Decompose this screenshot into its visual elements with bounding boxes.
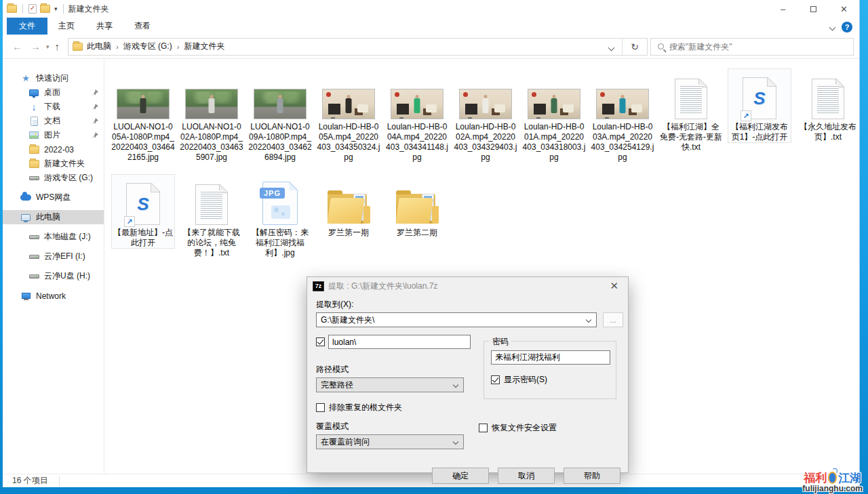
folder-icon (328, 190, 370, 225)
path-mode-label: 路径模式 (316, 364, 349, 375)
refresh-icon[interactable]: ↻ (623, 41, 647, 52)
file-item[interactable]: LUOLAN-NO1-002A-1080P.mp4_20220403_03463… (180, 68, 243, 163)
password-groupbox: 密码 显示密码(S) (484, 341, 616, 399)
file-item[interactable]: Loulan-HD-HB-005A.mp4_20220403_034350324… (317, 68, 380, 163)
sidebar-item-云净EFI (I:)[interactable]: 云净EFI (I:) (3, 249, 104, 264)
help-icon[interactable]: ? (842, 22, 852, 33)
dialog-close-icon[interactable]: ✕ (606, 280, 623, 292)
breadcrumb-current-folder[interactable]: 新建文件夹 (180, 41, 229, 52)
sidebar-item-快速访问[interactable]: ★快速访问 (3, 71, 104, 85)
close-button[interactable]: ✕ (829, 0, 859, 18)
file-item[interactable]: 【永久地址发布页】.txt (796, 68, 859, 143)
forward-button[interactable]: → (26, 41, 45, 52)
help-button[interactable]: 帮助 (564, 468, 620, 484)
breadcrumb-drive[interactable]: 游戏专区 (G:) (119, 41, 176, 52)
minimize-button[interactable]: – (768, 0, 798, 18)
file-item[interactable]: Loulan-HD-HB-003A.mp4_20220403_034254129… (591, 68, 654, 163)
file-item[interactable]: 【福利江湖】全免费-无套路-更新快.txt (659, 68, 723, 153)
sidebar-star-icon: ★ (20, 73, 31, 84)
extract-path-combobox[interactable]: G:\新建文件夹\ (316, 312, 597, 327)
tab-share[interactable]: 共享 (85, 18, 123, 35)
file-name-label: LUOLAN-NO1-002A-1080P.mp4_20220403_03463… (180, 122, 243, 163)
sidebar-item-图片[interactable]: 图片 (3, 128, 104, 142)
up-button[interactable]: ↑ (51, 41, 64, 52)
path-mode-dropdown[interactable]: 完整路径 (316, 377, 464, 392)
file-item[interactable]: S↗【最新地址】-点此打开 (111, 174, 175, 249)
sidebar-item-2022-03[interactable]: 2022-03 (3, 142, 104, 157)
file-item[interactable]: Loulan-HD-HB-002A.mp4_20220403_034329403… (454, 68, 517, 163)
sidebar-folder-icon (28, 159, 39, 169)
exclude-duplicate-checkbox[interactable] (316, 403, 325, 412)
maximize-button[interactable] (798, 0, 829, 18)
password-input[interactable] (491, 350, 610, 365)
sidebar-network-icon (20, 291, 31, 302)
browse-button[interactable]: ... (603, 312, 623, 327)
file-item[interactable]: 罗兰第二期 (385, 174, 449, 239)
file-item[interactable]: LUOLAN-NO1-005A-1080P.mp4_20220403_03464… (111, 68, 175, 163)
ok-button[interactable]: 确定 (432, 468, 489, 484)
quick-access-toolbar: ▾ (7, 4, 66, 14)
title-bar: ▾ 新建文件夹 – ✕ (3, 0, 859, 18)
watermark-text-left: 福利 (804, 472, 827, 484)
file-item[interactable]: 罗兰第一期 (317, 174, 380, 239)
shortcut-arrow-icon: ↗ (124, 216, 135, 227)
subfolder-input[interactable] (328, 335, 471, 349)
file-icon-area (454, 69, 517, 122)
sidebar-item-label: 新建文件夹 (44, 158, 85, 169)
sidebar-folder-icon (28, 144, 39, 155)
file-name-label: Loulan-HD-HB-003A.mp4_20220403_034254129… (591, 122, 654, 163)
breadcrumb-this-pc[interactable]: 此电脑 (83, 41, 115, 52)
file-item[interactable]: Loulan-HD-HB-004A.mp4_20220403_034341148… (385, 68, 449, 163)
dialog-title-bar[interactable]: 7z 提取 : G:\新建文件夹\luolan.7z ✕ (307, 277, 628, 295)
sidebar-item-桌面[interactable]: 桌面 (3, 85, 104, 100)
back-button[interactable]: ← (8, 41, 26, 52)
sidebar-item-下载[interactable]: ↓下载 (3, 100, 104, 114)
sidebar-item-云净U盘 (H:)[interactable]: 云净U盘 (H:) (3, 269, 104, 283)
search-input[interactable] (669, 42, 832, 52)
tab-view[interactable]: 查看 (123, 18, 161, 35)
restore-security-checkbox[interactable] (479, 424, 488, 432)
sidebar-item-Network[interactable]: Network (3, 289, 104, 303)
text-file-icon (195, 184, 228, 225)
sidebar-item-此电脑[interactable]: 此电脑 (3, 210, 104, 224)
sidebar-drive-icon (28, 232, 39, 243)
sidebar-item-游戏专区 (G:)[interactable]: 游戏专区 (G:) (3, 171, 104, 185)
exclude-duplicate-row[interactable]: 排除重复的根文件夹 (316, 402, 402, 413)
sidebar-item-WPS网盘[interactable]: WPS网盘 (3, 190, 104, 205)
show-password-label: 显示密码(S) (504, 374, 547, 386)
file-name-label: Loulan-HD-HB-001A.mp4_20220403_034318003… (522, 122, 586, 163)
chevron-down-icon[interactable] (586, 317, 591, 323)
properties-icon[interactable] (28, 4, 37, 14)
address-dropdown-icon[interactable] (601, 41, 622, 53)
sidebar-item-文档[interactable]: 文档 (3, 114, 104, 128)
show-password-checkbox[interactable] (491, 375, 500, 384)
file-item[interactable]: S↗【福利江湖发布页1】-点此打开 (728, 68, 791, 143)
breadcrumb[interactable]: 此电脑 › 游戏专区 (G:) › 新建文件夹 ↻ (68, 38, 648, 56)
tab-file[interactable]: 文件 (7, 18, 47, 35)
restore-security-row[interactable]: 恢复文件安全设置 (479, 422, 557, 434)
file-item[interactable]: JPG【解压密码：来福利江湖找福利】.jpg (248, 174, 312, 259)
overwrite-mode-dropdown[interactable]: 在覆盖前询问 (316, 434, 464, 449)
show-password-row[interactable]: 显示密码(S) (491, 374, 547, 386)
sidebar-item-本地磁盘 (J:)[interactable]: 本地磁盘 (J:) (3, 230, 104, 244)
new-folder-icon[interactable] (40, 5, 50, 13)
file-icon-area (249, 69, 311, 122)
folder-icon (73, 43, 83, 51)
file-icon-area (180, 175, 243, 228)
search-box[interactable] (650, 38, 854, 56)
sidebar-drive-icon (28, 271, 39, 282)
sidebar-drive-icon (28, 173, 39, 184)
file-name-label: LUOLAN-NO1-009A-1080P.mp4_20220403_03462… (248, 122, 312, 163)
sidebar-item-新建文件夹[interactable]: 新建文件夹 (3, 157, 104, 171)
subfolder-checkbox[interactable] (316, 337, 325, 346)
qat-dropdown-icon[interactable]: ▾ (54, 5, 58, 12)
file-item[interactable]: LUOLAN-NO1-009A-1080P.mp4_20220403_03462… (248, 68, 312, 163)
tab-home[interactable]: 主页 (47, 18, 85, 35)
cancel-button[interactable]: 取消 (498, 468, 555, 484)
ribbon-collapse-icon[interactable] (829, 24, 836, 30)
file-item[interactable]: 【来了就能下载的论坛，纯免费！】.txt (180, 174, 243, 259)
file-item[interactable]: Loulan-HD-HB-001A.mp4_20220403_034318003… (522, 68, 586, 163)
watermark-domain: fulijianghu.com (802, 485, 863, 493)
mouse-icon (828, 472, 837, 484)
recent-locations-icon[interactable]: ▾ (45, 43, 51, 50)
